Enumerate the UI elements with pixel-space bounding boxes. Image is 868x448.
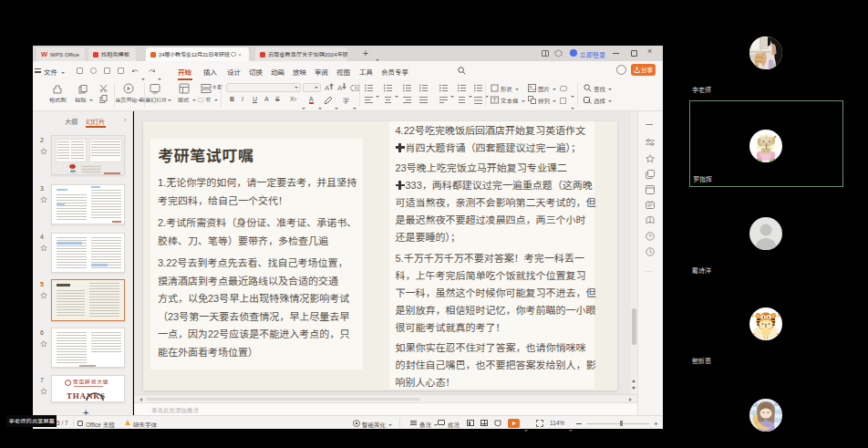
svg-text:?: ? [648,234,652,239]
